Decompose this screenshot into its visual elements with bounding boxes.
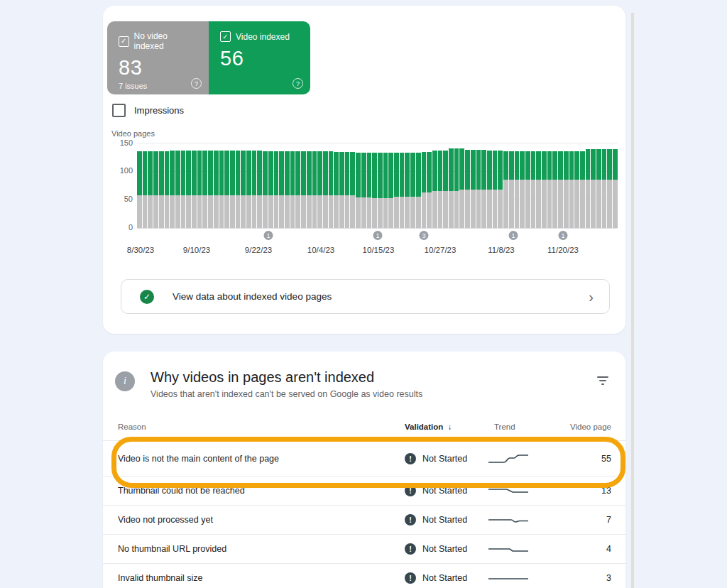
bar[interactable] <box>465 150 470 228</box>
bar[interactable] <box>481 150 486 228</box>
bar[interactable] <box>438 151 443 228</box>
bar[interactable] <box>378 153 383 228</box>
bar[interactable] <box>329 151 334 228</box>
bar[interactable] <box>525 151 530 228</box>
bar[interactable] <box>279 151 284 228</box>
bar[interactable] <box>471 150 476 228</box>
bar[interactable] <box>307 151 312 228</box>
bar[interactable] <box>449 148 454 228</box>
metric-card-not-indexed[interactable]: ✓ No video indexed 83 7 issues ? <box>107 21 209 94</box>
bar[interactable] <box>564 151 569 228</box>
bar[interactable] <box>410 153 415 228</box>
bar[interactable] <box>476 150 481 228</box>
bar[interactable] <box>219 151 224 228</box>
bar[interactable] <box>192 151 197 228</box>
issue-count-marker[interactable]: 1 <box>559 231 568 240</box>
bar[interactable] <box>493 151 498 228</box>
bar[interactable] <box>580 151 585 228</box>
bar[interactable] <box>487 151 492 228</box>
bar[interactable] <box>170 151 175 228</box>
checkbox-checked-icon[interactable]: ✓ <box>119 36 129 47</box>
bar[interactable] <box>257 151 262 228</box>
stacked-bar-chart[interactable] <box>137 143 618 228</box>
bar[interactable] <box>241 151 246 228</box>
bar[interactable] <box>569 151 574 228</box>
bar[interactable] <box>459 148 464 228</box>
help-icon[interactable]: ? <box>191 78 202 89</box>
column-validation-sort[interactable]: Validation ↓ <box>405 423 452 431</box>
bar[interactable] <box>509 151 514 228</box>
bar[interactable] <box>153 151 158 228</box>
issue-count-marker[interactable]: 1 <box>509 231 518 240</box>
bar[interactable] <box>602 149 607 228</box>
bar[interactable] <box>542 151 547 228</box>
table-row[interactable]: No thumbnail URL provided ! Not Started … <box>103 534 625 563</box>
view-indexed-data-banner[interactable]: ✓ View data about indexed video pages › <box>121 279 610 314</box>
table-row[interactable]: Invalid thumbnail size ! Not Started 3 <box>103 563 625 588</box>
bar[interactable] <box>383 153 388 228</box>
bar[interactable] <box>246 151 251 228</box>
help-icon[interactable]: ? <box>293 78 303 89</box>
bar[interactable] <box>236 151 241 228</box>
bar[interactable] <box>290 151 295 228</box>
impressions-toggle[interactable]: Impressions <box>112 104 184 117</box>
bar[interactable] <box>224 151 229 228</box>
bar[interactable] <box>350 152 355 228</box>
bar[interactable] <box>394 153 399 228</box>
bar[interactable] <box>574 151 579 228</box>
bar[interactable] <box>268 151 273 228</box>
bar[interactable] <box>312 151 317 228</box>
bar[interactable] <box>498 151 503 228</box>
bar[interactable] <box>159 151 164 228</box>
bar[interactable] <box>317 151 322 228</box>
bar[interactable] <box>208 151 213 228</box>
bar[interactable] <box>558 151 563 228</box>
bar[interactable] <box>181 151 186 228</box>
bar[interactable] <box>422 152 427 228</box>
bar[interactable] <box>202 151 207 228</box>
bar[interactable] <box>356 153 361 228</box>
bar[interactable] <box>285 151 290 228</box>
bar[interactable] <box>416 153 421 228</box>
bar[interactable] <box>591 149 596 228</box>
scrollbar[interactable] <box>631 13 634 588</box>
bar[interactable] <box>345 152 350 228</box>
bar[interactable] <box>295 151 300 228</box>
bar[interactable] <box>323 151 328 228</box>
bar[interactable] <box>361 153 366 228</box>
bar[interactable] <box>596 149 601 228</box>
bar[interactable] <box>372 153 377 228</box>
bar[interactable] <box>613 149 618 228</box>
bar[interactable] <box>148 151 153 228</box>
bar[interactable] <box>263 151 268 228</box>
filter-icon[interactable] <box>596 376 610 388</box>
issue-count-marker[interactable]: 1 <box>373 231 383 240</box>
bar[interactable] <box>175 151 180 228</box>
bar[interactable] <box>454 148 459 228</box>
checkbox-checked-icon[interactable]: ✓ <box>220 31 231 42</box>
bar[interactable] <box>214 151 219 228</box>
bar[interactable] <box>552 151 557 228</box>
bar[interactable] <box>427 152 432 228</box>
bar[interactable] <box>432 151 437 228</box>
bar[interactable] <box>586 149 591 228</box>
bar[interactable] <box>388 153 393 228</box>
bar[interactable] <box>137 151 142 228</box>
bar[interactable] <box>274 151 279 228</box>
issue-count-marker[interactable]: 3 <box>420 231 429 240</box>
chevron-right-icon[interactable]: › <box>589 290 594 304</box>
bar[interactable] <box>230 151 235 228</box>
bar[interactable] <box>334 152 339 228</box>
bar[interactable] <box>547 151 552 228</box>
table-row[interactable]: Video not processed yet ! Not Started 7 <box>103 505 625 534</box>
bar[interactable] <box>400 153 405 228</box>
bar[interactable] <box>515 151 520 228</box>
table-row[interactable]: Video is not the main content of the pag… <box>103 440 625 476</box>
bar[interactable] <box>197 151 202 228</box>
bar[interactable] <box>165 151 170 228</box>
bar[interactable] <box>536 151 541 228</box>
bar[interactable] <box>367 153 372 228</box>
bar[interactable] <box>339 152 344 228</box>
bar[interactable] <box>531 151 536 228</box>
bar[interactable] <box>252 151 257 228</box>
